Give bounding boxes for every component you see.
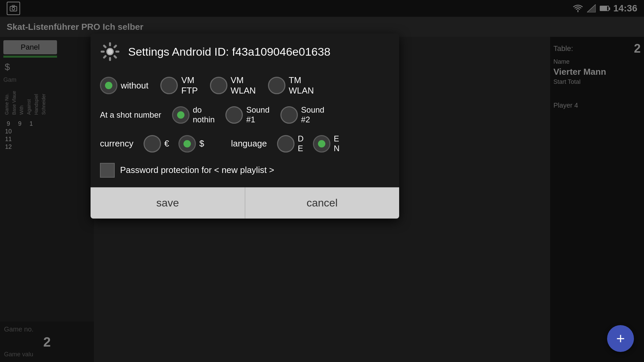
currency-euro[interactable]: € bbox=[144, 135, 169, 153]
currency-dollar[interactable]: $ bbox=[178, 135, 204, 153]
password-checkbox[interactable] bbox=[100, 163, 115, 178]
svg-rect-12 bbox=[101, 51, 105, 53]
language-en-label: EN bbox=[334, 134, 339, 154]
shot-sound2[interactable]: Sound#2 bbox=[280, 105, 324, 125]
fab-plus-icon: + bbox=[616, 331, 625, 346]
shot-sound2-radio[interactable] bbox=[280, 106, 298, 124]
sync-vmwlan-label: VMWLAN bbox=[231, 75, 256, 96]
sync-vm-ftp[interactable]: VMFTP bbox=[160, 75, 198, 96]
sync-vmftp-radio[interactable] bbox=[160, 77, 178, 94]
language-label: language bbox=[231, 138, 267, 149]
sync-without-radio[interactable] bbox=[100, 77, 117, 94]
sync-without[interactable]: without bbox=[100, 77, 148, 94]
save-button[interactable]: save bbox=[91, 187, 245, 219]
modal-footer: save cancel bbox=[91, 187, 399, 219]
currency-euro-radio[interactable] bbox=[144, 135, 161, 153]
shot-donothing-label: donothin bbox=[193, 105, 215, 125]
svg-rect-9 bbox=[113, 55, 117, 59]
currency-dollar-dot bbox=[183, 140, 191, 147]
sync-tmwlan-radio[interactable] bbox=[268, 77, 285, 94]
svg-rect-8 bbox=[115, 51, 119, 53]
svg-rect-13 bbox=[103, 44, 107, 49]
gear-icon bbox=[100, 42, 120, 62]
svg-rect-6 bbox=[109, 42, 111, 46]
shot-sound2-label: Sound#2 bbox=[301, 105, 324, 125]
shot-donothing-dot bbox=[177, 111, 184, 119]
fab-button[interactable]: + bbox=[607, 325, 634, 352]
sync-vm-wlan[interactable]: VMWLAN bbox=[210, 75, 256, 96]
modal-title: Settings Android ID: f43a109046e01638 bbox=[128, 45, 330, 58]
shot-donothing-radio[interactable] bbox=[172, 106, 190, 124]
sync-tmwlan-label: TMWLAN bbox=[289, 75, 314, 96]
cancel-button[interactable]: cancel bbox=[245, 187, 399, 219]
modal-body: without VMFTP VMWLAN TMWLA bbox=[91, 70, 399, 187]
sync-without-label: without bbox=[121, 80, 148, 91]
shot-donothing[interactable]: donothin bbox=[172, 105, 215, 125]
language-en-dot bbox=[318, 140, 325, 147]
language-en-radio[interactable] bbox=[313, 135, 330, 153]
sync-without-dot bbox=[105, 82, 112, 89]
currency-language-row: currency € $ language bbox=[100, 134, 390, 154]
svg-rect-10 bbox=[109, 57, 111, 61]
shot-sound1-radio[interactable] bbox=[225, 106, 243, 124]
shot-label: At a shot number bbox=[100, 110, 161, 120]
shot-sound1-label: Sound#1 bbox=[246, 105, 269, 125]
shot-sound1[interactable]: Sound#1 bbox=[225, 105, 269, 125]
language-de-radio[interactable] bbox=[277, 135, 294, 153]
modal-header: Settings Android ID: f43a109046e01638 bbox=[91, 34, 399, 70]
sync-vmftp-label: VMFTP bbox=[181, 75, 198, 96]
language-de[interactable]: DE bbox=[277, 134, 304, 154]
settings-modal: Settings Android ID: f43a109046e01638 wi… bbox=[91, 34, 399, 219]
currency-label: currency bbox=[100, 138, 133, 149]
sync-vmwlan-radio[interactable] bbox=[210, 77, 227, 94]
svg-rect-7 bbox=[113, 44, 117, 49]
password-label: Password protection for < new playlist > bbox=[120, 165, 274, 175]
sync-tm-wlan[interactable]: TMWLAN bbox=[268, 75, 314, 96]
currency-euro-label: € bbox=[164, 138, 169, 149]
currency-dollar-radio[interactable] bbox=[178, 135, 196, 153]
gear-svg bbox=[100, 42, 120, 62]
svg-point-14 bbox=[107, 49, 113, 54]
svg-rect-11 bbox=[103, 55, 107, 59]
language-de-label: DE bbox=[298, 134, 304, 154]
shot-number-row: At a shot number donothin Sound#1 bbox=[100, 105, 390, 125]
language-en[interactable]: EN bbox=[313, 134, 339, 154]
currency-dollar-label: $ bbox=[199, 138, 204, 149]
sync-options-row: without VMFTP VMWLAN TMWLA bbox=[100, 75, 390, 96]
password-row: Password protection for < new playlist > bbox=[100, 163, 390, 178]
